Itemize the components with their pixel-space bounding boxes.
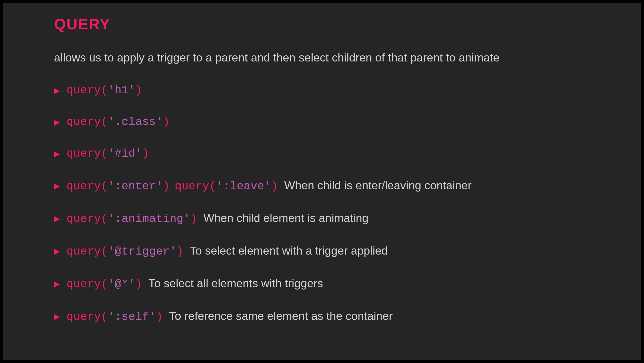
code-fn: query: [66, 212, 101, 226]
slide-subtitle: allows us to apply a trigger to a parent…: [54, 50, 590, 65]
code-and-desc: query(':self') To reference same element…: [66, 309, 393, 324]
code-and-desc: query(':enter')query(':leave') When chil…: [66, 179, 472, 193]
code-snippet: query('h1'): [66, 84, 142, 97]
item-description: To select all elements with triggers: [149, 277, 323, 290]
list-item: ▶ query('#id'): [54, 147, 590, 161]
list-item: ▶ query('@*') To select all elements wit…: [54, 277, 590, 291]
paren: ): [163, 180, 170, 193]
bullet-icon: ▶: [54, 214, 60, 223]
list-item: ▶ query(':animating') When child element…: [54, 211, 590, 226]
bullet-icon: ▶: [54, 312, 60, 321]
code-fn: query: [66, 278, 101, 291]
code-snippet: query('@trigger'): [66, 245, 183, 258]
code-snippet: query(':leave'): [175, 180, 278, 193]
item-description: To select element with a trigger applied: [190, 244, 388, 257]
item-description: To reference same element as the contain…: [169, 309, 393, 322]
query-list: ▶ query('h1') ▶ query('.class') ▶ query(…: [54, 84, 590, 324]
code-snippet: query('.class'): [66, 115, 170, 129]
paren: ): [177, 245, 183, 258]
bullet-icon: ▶: [54, 279, 60, 289]
bullet-icon: ▶: [54, 247, 60, 256]
code-and-desc: query(':animating') When child element i…: [66, 211, 368, 226]
list-item: ▶ query('.class'): [54, 115, 590, 129]
paren: (: [101, 84, 108, 97]
code-and-desc: query('@*') To select all elements with …: [66, 277, 323, 291]
paren: (: [101, 180, 108, 193]
item-description: When child element is animating: [204, 211, 369, 224]
list-item: ▶ query('h1'): [54, 84, 590, 97]
code-fn: query: [66, 310, 101, 323]
code-string: '.class': [108, 116, 163, 129]
list-item: ▶ query('@trigger') To select element wi…: [54, 244, 590, 259]
code-string: 'h1': [108, 84, 135, 97]
paren: ): [142, 147, 149, 160]
code-string: ':animating': [108, 212, 190, 226]
code-snippet: query(':enter'): [66, 180, 170, 193]
code-fn: query: [66, 116, 101, 129]
code-and-desc: query('@trigger') To select element with…: [66, 244, 388, 259]
code-fn: query: [66, 84, 101, 97]
code-snippet: query('#id'): [66, 147, 149, 161]
paren: ): [135, 84, 142, 97]
paren: ): [163, 116, 170, 129]
code-string: ':leave': [216, 180, 271, 193]
list-item: ▶ query(':self') To reference same eleme…: [54, 309, 590, 324]
list-item: ▶ query(':enter')query(':leave') When ch…: [54, 179, 590, 193]
paren: ): [271, 180, 278, 193]
code-fn: query: [66, 245, 101, 258]
code-fn: query: [175, 180, 209, 193]
paren: (: [101, 147, 108, 160]
bullet-icon: ▶: [54, 86, 60, 95]
paren: ): [190, 212, 197, 226]
paren: (: [101, 116, 108, 129]
code-snippet: query('@*'): [66, 278, 142, 291]
code-string: '@*': [108, 278, 135, 291]
code-string: '@trigger': [108, 245, 177, 258]
item-description: When child is enter/leaving container: [284, 179, 472, 192]
paren: (: [101, 245, 108, 258]
code-string: '#id': [108, 147, 142, 160]
bullet-icon: ▶: [54, 118, 60, 127]
paren: (: [101, 310, 108, 323]
code-snippet: query(':animating'): [66, 212, 197, 226]
bullet-icon: ▶: [54, 149, 60, 158]
code-string: ':self': [108, 310, 156, 323]
paren: ): [156, 310, 163, 323]
bullet-icon: ▶: [54, 181, 60, 191]
paren: (: [101, 278, 108, 291]
slide-title: QUERY: [54, 15, 590, 33]
paren: (: [209, 180, 216, 193]
code-string: ':enter': [108, 180, 163, 193]
code-snippet: query(':self'): [66, 310, 163, 323]
paren: (: [101, 212, 108, 226]
slide: QUERY allows us to apply a trigger to a …: [3, 3, 641, 360]
code-fn: query: [66, 147, 101, 160]
paren: ): [135, 278, 142, 291]
code-fn: query: [66, 180, 101, 193]
